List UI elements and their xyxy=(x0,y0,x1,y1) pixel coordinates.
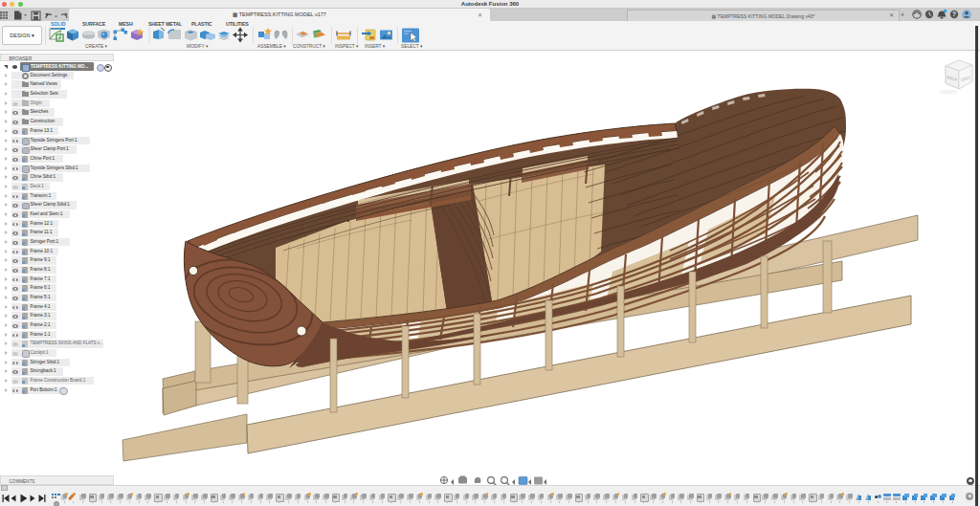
svg-text:?: ? xyxy=(952,11,956,17)
